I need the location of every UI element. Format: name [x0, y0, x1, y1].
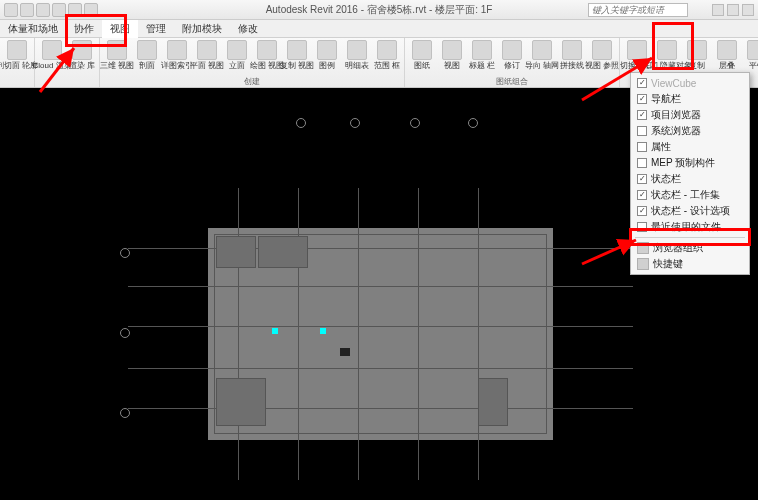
help-search-input[interactable] [588, 3, 688, 17]
checkbox-icon [637, 190, 647, 200]
qat-undo-icon[interactable] [52, 3, 66, 17]
qat-open-icon[interactable] [20, 3, 34, 17]
dropdown-item-label: 浏览器组织 [653, 241, 703, 255]
help-icon[interactable] [742, 4, 754, 16]
ribbon-button[interactable]: 图纸 [408, 40, 436, 74]
ribbon-button[interactable]: 标题 栏 [468, 40, 496, 74]
ribbon-tab[interactable]: 修改 [230, 20, 266, 38]
ribbon-group: 图纸视图标题 栏修订导向 轴网拼接线视图 参照图纸组合 [405, 38, 620, 87]
ribbon-button[interactable]: 平铺 [743, 40, 758, 74]
ribbon-tab-bar: 体量和场地协作视图管理附加模块修改 [0, 20, 758, 38]
grid-line [418, 188, 419, 480]
matchline-icon [562, 40, 582, 60]
dropdown-item[interactable]: 浏览器组织 [631, 240, 749, 256]
gallery-icon [72, 40, 92, 60]
ribbon-button[interactable]: 视图 [438, 40, 466, 74]
ribbon-button[interactable]: 复制 [683, 40, 711, 74]
ribbon-button[interactable]: 立面 [223, 40, 251, 74]
dropdown-item[interactable]: 快捷键 [631, 256, 749, 272]
dropdown-item[interactable]: MEP 预制构件 [631, 155, 749, 171]
room [216, 236, 256, 268]
drafting-icon [257, 40, 277, 60]
ribbon-button[interactable]: 范围 框 [373, 40, 401, 74]
ribbon-tab[interactable]: 视图 [102, 20, 138, 38]
dropdown-item[interactable]: 状态栏 [631, 171, 749, 187]
dropdown-item[interactable]: 最近使用的文件 [631, 219, 749, 235]
qat-redo-icon[interactable] [68, 3, 82, 17]
ribbon-button[interactable]: 拼接线 [558, 40, 586, 74]
ribbon-button-label: 平面 视图 [190, 61, 224, 70]
dropdown-item-label: 属性 [651, 140, 671, 154]
ribbon-tab[interactable]: 管理 [138, 20, 174, 38]
3dview-icon [107, 40, 127, 60]
floor-plan [208, 228, 553, 440]
grid-line [358, 188, 359, 480]
ribbon-button-label: 标题 栏 [469, 61, 495, 70]
replicate-icon [687, 40, 707, 60]
ribbon-button-label: 渲染 库 [69, 61, 95, 70]
grid-bubble [296, 118, 306, 128]
ribbon-button-label: 图纸 [414, 61, 430, 70]
tile-icon [747, 40, 758, 60]
marker [272, 328, 278, 334]
ribbon-tab[interactable]: 附加模块 [174, 20, 230, 38]
ribbon-button-label: 剖面 [139, 61, 155, 70]
user-interface-dropdown: ViewCube导航栏项目浏览器系统浏览器属性MEP 预制构件状态栏状态栏 - … [630, 72, 750, 275]
ribbon-button[interactable]: 复制 视图 [283, 40, 311, 74]
ribbon-button-label: 详图索引 [161, 61, 193, 70]
ribbon-button[interactable]: 三维 视图 [103, 40, 131, 74]
dropdown-item[interactable]: ViewCube [631, 75, 749, 91]
grid-line [238, 188, 239, 480]
ribbon-button[interactable]: 绘图 视图 [253, 40, 281, 74]
switchwin-icon [627, 40, 647, 60]
ribbon-button[interactable]: 导向 轴网 [528, 40, 556, 74]
dropdown-item[interactable]: 项目浏览器 [631, 107, 749, 123]
grid-line [478, 188, 479, 480]
dropdown-item-label: ViewCube [651, 78, 696, 89]
grid-line [128, 326, 633, 327]
ribbon-button[interactable]: 渲染 库 [68, 40, 96, 74]
scopebox-icon [377, 40, 397, 60]
ribbon-button[interactable]: 平面 视图 [193, 40, 221, 74]
ribbon-button[interactable]: 剖切面 轮廓 [3, 40, 31, 74]
shortcut-icon [637, 258, 649, 270]
dropdown-item-label: 状态栏 - 工作集 [651, 188, 720, 202]
ribbon-button[interactable]: 层叠 [713, 40, 741, 74]
ribbon-group: Cloud 渲染渲染 库 [35, 38, 100, 87]
ribbon-button[interactable]: Cloud 渲染 [38, 40, 66, 74]
grid-line [298, 188, 299, 480]
ribbon-tab[interactable]: 体量和场地 [0, 20, 66, 38]
qat-save-icon[interactable] [36, 3, 50, 17]
legend-icon [317, 40, 337, 60]
ribbon-button-label: 拼接线 [560, 61, 584, 70]
ribbon-button[interactable]: 视图 参照 [588, 40, 616, 74]
ribbon-button[interactable]: 剖面 [133, 40, 161, 74]
grid-bubble [350, 118, 360, 128]
dropdown-item[interactable]: 系统浏览器 [631, 123, 749, 139]
ribbon-button[interactable]: 图例 [313, 40, 341, 74]
ribbon-button[interactable]: 修订 [498, 40, 526, 74]
room [216, 378, 266, 426]
dropdown-item[interactable]: 导航栏 [631, 91, 749, 107]
dropdown-item[interactable]: 状态栏 - 设计选项 [631, 203, 749, 219]
dropdown-item-label: 项目浏览器 [651, 108, 701, 122]
ribbon-button[interactable]: 关闭 隐藏对象 [653, 40, 681, 74]
qat-print-icon[interactable] [84, 3, 98, 17]
planview-icon [197, 40, 217, 60]
dropdown-item[interactable]: 状态栏 - 工作集 [631, 187, 749, 203]
dropdown-item[interactable]: 属性 [631, 139, 749, 155]
ribbon-button[interactable]: 明细表 [343, 40, 371, 74]
grid-line [128, 286, 633, 287]
ribbon-button-label: 层叠 [719, 61, 735, 70]
checkbox-icon [637, 78, 647, 88]
signin-icon[interactable] [712, 4, 724, 16]
section-icon [137, 40, 157, 60]
guidegrid-icon [532, 40, 552, 60]
app-menu-icon[interactable] [4, 3, 18, 17]
dropdown-item-label: 状态栏 [651, 172, 681, 186]
ribbon-button[interactable]: 详图索引 [163, 40, 191, 74]
ribbon-tab[interactable]: 协作 [66, 20, 102, 38]
ribbon-button-label: Cloud 渲染 [32, 61, 71, 70]
exchange-icon[interactable] [727, 4, 739, 16]
ribbon-button-label: 明细表 [345, 61, 369, 70]
